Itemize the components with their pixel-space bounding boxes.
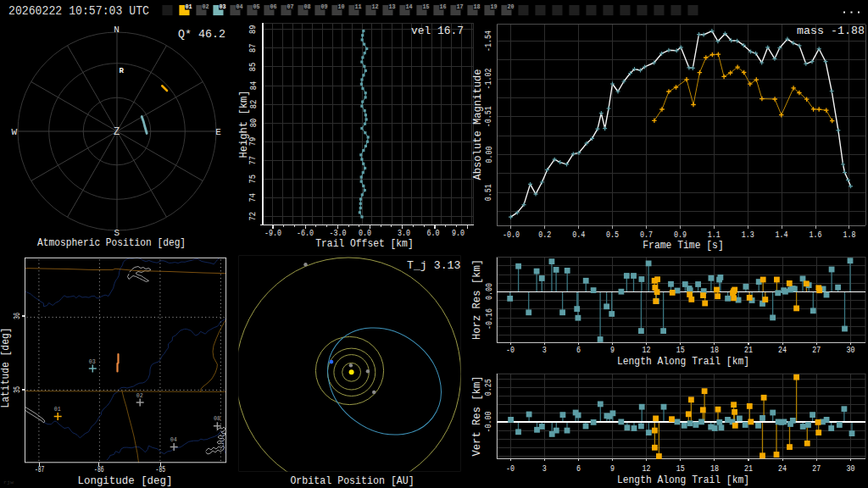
svg-text:85: 85	[249, 63, 259, 72]
svg-text:0.51: 0.51	[485, 184, 494, 201]
svg-text:18: 18	[710, 464, 719, 474]
svg-text:21: 21	[744, 464, 753, 474]
svg-text:87: 87	[248, 44, 258, 53]
svg-text:1.6: 1.6	[810, 230, 822, 240]
svg-text:14: 14	[405, 3, 412, 10]
svg-text:mass -1.88: mass -1.88	[797, 25, 865, 37]
svg-text:24: 24	[778, 346, 787, 355]
svg-text:Vert Res [km]: Vert Res [km]	[471, 376, 483, 457]
svg-text:Orbital Position [AU]: Orbital Position [AU]	[290, 475, 414, 487]
svg-text:-0.0: -0.0	[503, 230, 520, 240]
svg-text:1.1: 1.1	[708, 230, 721, 240]
svg-text:6: 6	[576, 464, 581, 474]
svg-text:Horz Res [km]: Horz Res [km]	[471, 259, 483, 340]
svg-text:80: 80	[249, 119, 259, 128]
svg-text:-87: -87	[35, 465, 44, 474]
svg-text:Length Along Trail [km]: Length Along Trail [km]	[617, 356, 749, 368]
svg-text:77: 77	[248, 156, 258, 165]
svg-text:17: 17	[456, 3, 463, 10]
svg-text:75: 75	[249, 175, 259, 184]
svg-text:rjw: rjw	[3, 480, 14, 485]
svg-text:N: N	[114, 25, 120, 35]
svg-text:24: 24	[778, 464, 787, 474]
svg-text:S: S	[114, 228, 120, 238]
svg-text:-0.16: -0.16	[485, 308, 494, 330]
svg-text:-86: -86	[94, 465, 103, 474]
svg-text:W: W	[11, 127, 17, 137]
svg-text:12: 12	[643, 464, 651, 474]
svg-text:06: 06	[270, 3, 276, 10]
svg-text:-0.00: -0.00	[485, 411, 494, 432]
svg-text:82: 82	[249, 100, 259, 109]
svg-text:30: 30	[846, 464, 854, 474]
svg-text:08: 08	[214, 414, 220, 422]
svg-text:1.3: 1.3	[742, 230, 754, 240]
svg-text:04: 04	[170, 435, 177, 443]
svg-text:20260222 10:57:03 UTC: 20260222 10:57:03 UTC	[8, 4, 149, 18]
svg-text:09: 09	[320, 3, 327, 10]
svg-text:R: R	[119, 67, 124, 75]
svg-text:9: 9	[610, 346, 615, 355]
svg-text:13: 13	[388, 3, 395, 10]
svg-text:03: 03	[219, 3, 225, 10]
svg-text:-0: -0	[506, 346, 515, 355]
svg-text:0.4: 0.4	[572, 230, 585, 240]
svg-text:-6.0: -6.0	[297, 229, 314, 238]
svg-text:02: 02	[202, 3, 209, 10]
svg-text:9: 9	[610, 464, 615, 474]
svg-text:15: 15	[422, 3, 429, 10]
svg-text:Absolute Magnitude: Absolute Magnitude	[472, 69, 484, 180]
svg-text:20: 20	[507, 3, 514, 10]
svg-text:30: 30	[846, 346, 854, 355]
svg-text:15: 15	[676, 346, 685, 355]
svg-text:72: 72	[249, 212, 259, 220]
svg-text:15: 15	[676, 464, 685, 474]
svg-text:Atmospheric Position [deg]: Atmospheric Position [deg]	[37, 237, 186, 249]
svg-text:0.0: 0.0	[359, 229, 371, 238]
svg-text:Longitude [deg]: Longitude [deg]	[78, 475, 173, 487]
svg-text:-9.0: -9.0	[264, 229, 281, 238]
svg-text:6.0: 6.0	[427, 229, 440, 238]
svg-text:3: 3	[542, 346, 547, 355]
svg-text:-0: -0	[506, 464, 515, 474]
svg-text:1.8: 1.8	[843, 230, 855, 240]
svg-text:89: 89	[249, 25, 259, 35]
svg-text:19: 19	[490, 3, 497, 10]
svg-text:12: 12	[371, 3, 378, 10]
svg-text:74: 74	[248, 193, 258, 202]
svg-text:vel 16.7: vel 16.7	[411, 25, 464, 37]
svg-text:27: 27	[812, 464, 821, 474]
svg-text:12: 12	[643, 346, 651, 355]
svg-text:Trail Offset [km]: Trail Offset [km]	[315, 238, 413, 250]
svg-text:0.00: 0.00	[485, 283, 494, 300]
svg-text:08: 08	[303, 3, 310, 10]
svg-text:Height [km]: Height [km]	[238, 91, 250, 158]
svg-text:10: 10	[337, 3, 344, 10]
svg-text:35: 35	[13, 386, 22, 393]
svg-text:18: 18	[710, 346, 719, 355]
svg-text:02: 02	[136, 391, 143, 399]
svg-text:36: 36	[13, 313, 22, 319]
svg-text:Length Along Trail [km]: Length Along Trail [km]	[617, 474, 749, 486]
svg-text:Z: Z	[114, 126, 120, 138]
svg-text:11: 11	[354, 3, 361, 10]
svg-text:0.9: 0.9	[674, 230, 687, 240]
svg-text:-0.51: -0.51	[485, 106, 494, 127]
svg-text:05: 05	[253, 3, 259, 10]
svg-text:0.2: 0.2	[538, 230, 551, 240]
svg-text:E: E	[215, 127, 221, 137]
svg-text:18: 18	[473, 3, 480, 10]
svg-text:04: 04	[236, 3, 242, 10]
svg-text:0.7: 0.7	[640, 230, 653, 240]
svg-text:01: 01	[54, 405, 61, 413]
svg-text:16: 16	[439, 3, 446, 10]
svg-text:07: 07	[287, 3, 293, 10]
svg-text:Q* 46.2: Q* 46.2	[178, 28, 225, 41]
svg-text:-1.02: -1.02	[485, 69, 494, 90]
svg-text:9.0: 9.0	[452, 229, 465, 238]
svg-text:0.25: 0.25	[485, 379, 494, 396]
svg-text:Frame Time [s]: Frame Time [s]	[643, 240, 724, 252]
svg-text:79: 79	[249, 137, 259, 147]
svg-text:3: 3	[542, 464, 547, 474]
svg-text:27: 27	[812, 346, 821, 355]
